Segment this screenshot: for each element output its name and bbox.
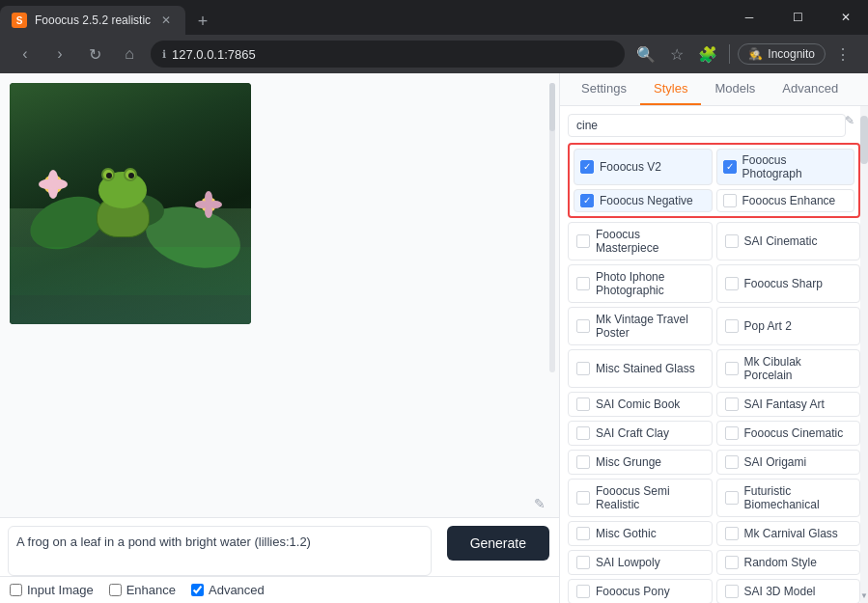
input-image-input[interactable] (10, 584, 22, 596)
style-checkbox[interactable] (725, 234, 739, 248)
tab-close-button[interactable]: ✕ (158, 13, 174, 28)
style-checkbox[interactable] (725, 491, 739, 505)
style-item[interactable]: SAI Fantasy Art (716, 392, 861, 417)
scroll-down-arrow[interactable]: ▼ (860, 588, 868, 603)
edit-icon[interactable]: ✎ (534, 496, 546, 511)
search-icon[interactable]: 🔍 (632, 41, 659, 68)
style-item[interactable]: Mk Vintage Travel Poster (568, 307, 713, 345)
generate-button[interactable]: Generate (447, 526, 549, 561)
style-checkbox[interactable] (576, 362, 590, 375)
fooocus-enhance-checkbox[interactable] (723, 194, 737, 207)
style-item[interactable]: Mk Carnival Glass (716, 521, 861, 546)
advanced-input[interactable] (191, 584, 204, 596)
active-tab[interactable]: S Fooocus 2.5.2 realistic ✕ (0, 6, 185, 35)
style-item[interactable]: Fooocus Sharp (716, 264, 861, 303)
style-checkbox[interactable] (576, 556, 590, 569)
input-image-checkbox[interactable]: Input Image (10, 583, 94, 597)
style-label: Mk Carnival Glass (744, 527, 838, 540)
browser-tabs: S Fooocus 2.5.2 realistic ✕ + (0, 0, 727, 35)
maximize-button[interactable]: ☐ (775, 0, 820, 35)
edit-pencil-icon: ✎ (845, 114, 854, 127)
fooocus-v2-label: Fooocus V2 (600, 160, 661, 174)
style-item[interactable]: Fooocus Cinematic (716, 421, 861, 446)
style-item[interactable]: Fooocus Pony (568, 579, 713, 603)
style-item[interactable]: Misc Gothic (568, 521, 713, 546)
fooocus-v2-checkbox[interactable] (580, 160, 594, 174)
styles-grid: Fooocus MasterpieceSAI CinematicPhoto Ip… (568, 222, 860, 603)
style-checkbox[interactable] (725, 397, 739, 411)
incognito-button[interactable]: 🕵 Incognito (738, 43, 826, 65)
style-checkbox[interactable] (576, 491, 590, 505)
style-label: SAI Craft Clay (596, 426, 669, 440)
style-label: Misc Grunge (596, 455, 661, 469)
style-fooocus-photograph[interactable]: Fooocus Photograph (716, 149, 855, 185)
tab-advanced[interactable]: Advanced (769, 73, 852, 105)
prompt-generate-row: A frog on a leaf in a pond with bright w… (0, 517, 559, 576)
style-checkbox[interactable] (576, 397, 590, 411)
style-item[interactable]: Photo Iphone Photographic (568, 264, 713, 303)
enhance-input[interactable] (109, 584, 122, 596)
style-checkbox[interactable] (576, 585, 590, 598)
style-fooocus-enhance[interactable]: Fooocus Enhance (716, 189, 855, 212)
style-checkbox[interactable] (576, 277, 590, 290)
new-tab-button[interactable]: + (189, 8, 216, 35)
generate-area: Generate (439, 518, 559, 576)
input-image-label: Input Image (27, 583, 94, 597)
style-checkbox[interactable] (725, 362, 739, 375)
style-item[interactable]: SAI 3D Model (716, 579, 861, 603)
fooocus-photograph-checkbox[interactable] (723, 160, 737, 174)
style-item[interactable]: SAI Craft Clay (568, 421, 713, 446)
enhance-checkbox[interactable]: Enhance (109, 583, 176, 597)
style-checkbox[interactable] (725, 455, 739, 469)
style-search-input[interactable] (568, 114, 846, 137)
tab-styles[interactable]: Styles (640, 73, 701, 105)
style-fooocus-negative[interactable]: Fooocus Negative (574, 189, 713, 212)
style-item[interactable]: SAI Origami (716, 450, 861, 475)
style-item[interactable]: Misc Grunge (568, 450, 713, 475)
advanced-checkbox[interactable]: Advanced (191, 583, 265, 597)
style-checkbox[interactable] (576, 426, 590, 440)
fooocus-photograph-label: Fooocus Photograph (742, 153, 849, 180)
image-scrollbar[interactable] (549, 83, 555, 372)
tab-models[interactable]: Models (701, 73, 769, 105)
style-item[interactable]: Pop Art 2 (716, 307, 861, 345)
fooocus-negative-checkbox[interactable] (580, 194, 594, 207)
style-item[interactable]: Mk Cibulak Porcelain (716, 349, 861, 388)
forward-button[interactable]: › (46, 41, 73, 68)
style-checkbox[interactable] (725, 319, 739, 333)
style-fooocus-v2[interactable]: Fooocus V2 (574, 149, 713, 185)
home-button[interactable]: ⌂ (116, 41, 143, 68)
window-controls: ─ ☐ ✕ (727, 0, 868, 35)
style-checkbox[interactable] (725, 556, 739, 569)
style-item[interactable]: Random Style (716, 550, 861, 575)
prompt-input[interactable]: A frog on a leaf in a pond with bright w… (8, 526, 432, 576)
style-checkbox[interactable] (576, 319, 590, 333)
style-checkbox[interactable] (576, 527, 590, 540)
style-checkbox[interactable] (576, 455, 590, 469)
style-item[interactable]: Fooocus Masterpiece (568, 222, 713, 260)
bottom-bar: Input Image Enhance Advanced (0, 576, 559, 603)
style-checkbox[interactable] (725, 527, 739, 540)
tab-settings[interactable]: Settings (568, 73, 640, 105)
style-checkbox[interactable] (725, 426, 739, 440)
minimize-button[interactable]: ─ (727, 0, 771, 35)
menu-button[interactable]: ⋮ (829, 41, 856, 68)
right-scrollbar[interactable]: ▼ (860, 106, 868, 603)
bookmark-icon[interactable]: ☆ (663, 41, 690, 68)
back-button[interactable]: ‹ (12, 41, 39, 68)
style-checkbox[interactable] (725, 585, 739, 598)
style-checkbox[interactable] (725, 277, 739, 290)
style-label: Random Style (744, 556, 817, 569)
style-checkbox[interactable] (576, 234, 590, 248)
address-bar[interactable]: ℹ 127.0.0.1:7865 (151, 41, 625, 68)
reload-button[interactable]: ↻ (81, 41, 108, 68)
style-label: Fooocus Cinematic (744, 426, 844, 440)
style-item[interactable]: Futuristic Biomechanical (716, 479, 861, 517)
extensions-icon[interactable]: 🧩 (694, 41, 721, 68)
style-item[interactable]: SAI Lowpoly (568, 550, 713, 575)
style-item[interactable]: SAI Cinematic (716, 222, 861, 260)
style-item[interactable]: SAI Comic Book (568, 392, 713, 417)
style-item[interactable]: Fooocus Semi Realistic (568, 479, 713, 517)
style-item[interactable]: Misc Stained Glass (568, 349, 713, 388)
close-button[interactable]: ✕ (824, 0, 868, 35)
